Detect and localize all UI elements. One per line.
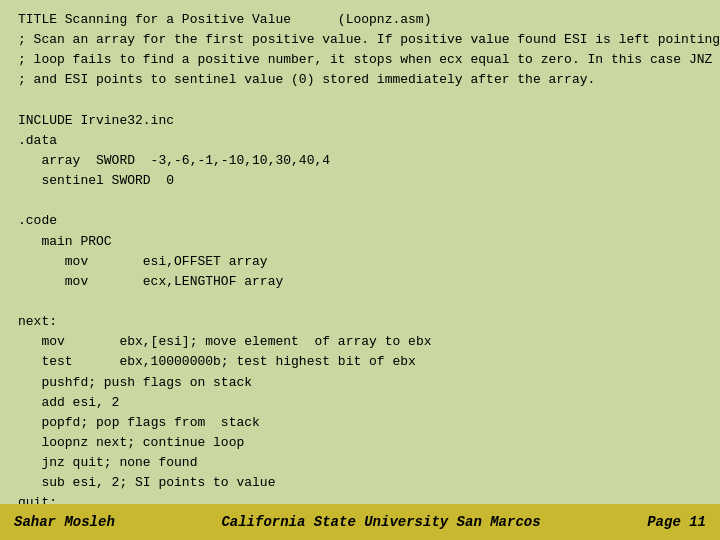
footer-page: Page 11 [647, 514, 706, 530]
comment-line1: ; Scan an array for the first positive v… [18, 32, 720, 47]
next-label: next: [18, 314, 57, 329]
quit-label: quit: [18, 495, 57, 504]
test-comment: ; test highest bit of ebx [221, 354, 416, 369]
mov-ebx-line: mov ebx,[esi] [18, 334, 190, 349]
test-line: test ebx,10000000b [18, 354, 221, 369]
jnz-comment: ; none found [104, 455, 198, 470]
footer-institution: California State University San Marcos [221, 514, 540, 530]
sentinel-line: sentinel SWORD 0 [18, 173, 174, 188]
pushfd-comment: ; push flags on stack [88, 375, 252, 390]
comment-line3: ; and ESI points to sentinel value (0) s… [18, 72, 595, 87]
mov-ebx-comment: ; move element of array to ebx [190, 334, 432, 349]
pushfd-line: pushfd [18, 375, 88, 390]
data-directive: .data [18, 133, 57, 148]
title-line: TITLE Scanning for a Positive Value (Loo… [18, 12, 431, 27]
array-line: array SWORD -3,-6,-1,-10,10,30,40,4 [18, 153, 330, 168]
popfd-line: popfd [18, 415, 80, 430]
mov2-line: mov ecx,LENGTHOF array [18, 274, 283, 289]
comment-line2: ; loop fails to find a positive number, … [18, 52, 720, 67]
code-display: TITLE Scanning for a Positive Value (Loo… [18, 10, 702, 504]
jnz-line: jnz quit [18, 455, 104, 470]
popfd-comment: ; pop flags from stack [80, 415, 259, 430]
main-content: TITLE Scanning for a Positive Value (Loo… [0, 0, 720, 504]
add-esi-line: add esi, 2 [18, 395, 119, 410]
sub-esi-line: sub esi, 2 [18, 475, 119, 490]
sub-esi-comment: ; SI points to value [119, 475, 275, 490]
mov1-line: mov esi,OFFSET array [18, 254, 268, 269]
main-proc: main PROC [18, 234, 112, 249]
code-directive: .code [18, 213, 57, 228]
footer: Sahar Mosleh California State University… [0, 504, 720, 540]
include-line: INCLUDE Irvine32.inc [18, 113, 174, 128]
loopnz-comment: ; continue loop [127, 435, 244, 450]
loopnz-line: loopnz next [18, 435, 127, 450]
footer-author: Sahar Mosleh [14, 514, 115, 530]
